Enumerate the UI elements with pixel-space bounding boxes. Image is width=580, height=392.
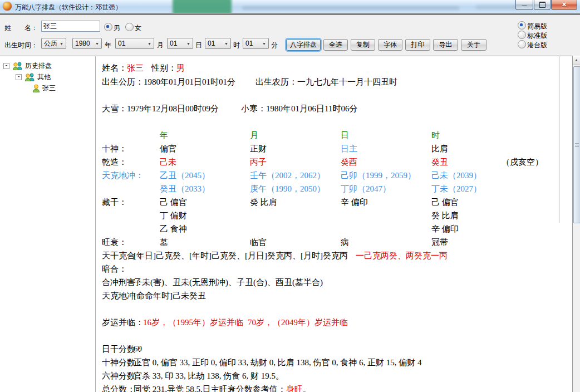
canggan-hour-3: 辛 偏印 <box>431 224 459 234</box>
report-name-label: 姓名： <box>102 63 127 72</box>
font-button[interactable]: 字体 <box>378 39 402 51</box>
about-button[interactable]: 关于 <box>461 39 486 51</box>
clash-label: 天克地冲： <box>102 170 144 181</box>
canggan-year-1: 己 偏官 <box>160 197 187 208</box>
hongkong-version-radio[interactable] <box>518 40 526 48</box>
chevron-down-icon: ▼ <box>224 42 228 46</box>
window-controls: — ✕ <box>515 0 577 10</box>
chevron-down-icon: ▼ <box>148 42 151 46</box>
suiyun-binglin-row: 岁运并临： 16岁，（1995年）岁运并临 70岁，（2049年）岁运并临 <box>96 317 580 331</box>
scroll-up-button[interactable]: ▲ <box>573 56 580 65</box>
male-radio[interactable] <box>104 23 112 31</box>
canggan-row-3: 乙 食神 辛 偏印 <box>96 224 580 237</box>
shishen-score-value: 正官 0, 偏官 33, 正印 0, 偏印 33, 劫财 0, 比肩 138, … <box>134 357 422 368</box>
female-radio[interactable] <box>125 23 134 31</box>
collapse-icon[interactable]: - <box>3 63 9 69</box>
report-name: 张三 <box>127 63 144 72</box>
titlebar: 万能八字排盘（软件设计：邓世强） — ✕ <box>0 0 580 13</box>
tree-item-label: 张三 <box>42 84 56 93</box>
clash-hour: 己未（2039） <box>431 170 481 181</box>
liushen-score-row: 六神分数： 官杀 33, 印 33, 比劫 138, 伤食 6, 财 19.5。 <box>96 371 580 384</box>
background-window-blur <box>173 0 232 13</box>
chevron-down-icon: ▼ <box>95 42 99 46</box>
standard-version-radio[interactable] <box>518 31 526 39</box>
scrollbar-grip <box>575 145 579 145</box>
xiaohan-label: 小寒： <box>241 104 266 113</box>
total-score-value: 同党 231,异党 58.5,日主旺衰分数参考值： <box>134 385 286 392</box>
clash-year-2: 癸丑（2033） <box>160 184 210 194</box>
solar-birth-label: 出生公历： <box>102 77 144 86</box>
year-select[interactable]: 1980▼ <box>72 38 102 49</box>
hongkong-version-label: 港台版 <box>527 41 547 50</box>
female-label: 女 <box>135 23 141 33</box>
scroll-up-icon: ▲ <box>574 58 578 62</box>
tiangan-kehe-note: 一己克两癸、两癸克一丙 <box>356 251 448 260</box>
solar-birth: 1980年01月01日01时01分 <box>144 77 235 86</box>
hechong-xinghai-row: 合冲刑害： 子未(害)、丑未(无恩刑冲)、子丑(合)、酉丑(墓半合) <box>96 277 580 291</box>
panel-edge-line <box>559 56 559 223</box>
window-title: 万能八字排盘（软件设计：邓世强） <box>15 3 122 12</box>
liushen-score-value: 官杀 33, 印 33, 比劫 138, 伤食 6, 财 19.5。 <box>134 371 284 381</box>
calendar-select[interactable]: 公历▼ <box>41 38 66 49</box>
export-button[interactable]: 导出 <box>433 39 458 51</box>
clash-day-2: 丁卯（2047） <box>341 184 391 194</box>
minimize-icon: — <box>522 2 527 8</box>
pillar-headers-row: 年 月 日 时 <box>96 130 580 144</box>
anhe-label: 暗合： <box>102 264 127 275</box>
daxue-label: 大雪： <box>102 104 127 113</box>
male-label: 男 <box>114 23 120 33</box>
chevron-down-icon: ▼ <box>262 42 266 46</box>
person-icon <box>32 84 40 92</box>
total-score-period: 。 <box>303 385 311 392</box>
wangshuai-row: 旺衰： 墓 临官 病 冠带 <box>96 237 580 251</box>
background-text-blur <box>242 6 459 10</box>
day-select[interactable]: 01▼ <box>167 38 193 49</box>
group-icon <box>12 62 23 70</box>
minute-select[interactable]: 01▼ <box>243 38 269 49</box>
canggan-label: 藏干： <box>102 197 127 208</box>
year-unit: 年 <box>105 41 111 50</box>
maximize-button[interactable] <box>534 0 550 10</box>
scrollbar-thumb[interactable] <box>573 66 580 223</box>
vertical-scrollbar[interactable]: ▲ <box>572 56 580 392</box>
canggan-year-2: 丁 偏财 <box>160 210 187 221</box>
simple-version-radio[interactable] <box>518 21 526 30</box>
minute-unit: 分 <box>271 41 278 50</box>
name-input[interactable] <box>41 21 100 32</box>
close-button[interactable]: ✕ <box>551 0 577 10</box>
suiyun-binglin-1: 16岁，（1995年）岁运并临 <box>143 317 243 328</box>
wangshuai-day: 病 <box>341 237 349 248</box>
day-pillar: 癸酉 <box>341 157 357 168</box>
shishen-month: 正财 <box>250 144 267 154</box>
month-unit: 月 <box>157 41 164 50</box>
shishen-row: 十神： 偏官 正财 日主 比肩 <box>96 144 580 157</box>
collapse-icon[interactable]: - <box>16 74 22 80</box>
canggan-year-3: 乙 食神 <box>160 224 187 234</box>
month-select[interactable]: 01▼ <box>115 38 154 49</box>
shishen-score-row: 十神分数： 正官 0, 偏官 33, 正印 0, 偏印 33, 劫财 0, 比肩… <box>96 357 580 371</box>
hour-select[interactable]: 01▼ <box>205 38 231 49</box>
canggan-day-1: 辛 偏印 <box>341 197 368 208</box>
select-all-button[interactable]: 全选 <box>323 39 348 51</box>
clash-year: 乙丑（2045） <box>160 170 210 181</box>
hour-pillar-header: 时 <box>431 130 440 141</box>
hour-pillar: 癸丑 <box>431 157 448 168</box>
shishen-label: 十神： <box>102 144 127 154</box>
standard-version-label: 标准版 <box>527 31 547 41</box>
wangshuai-label: 旺衰： <box>102 237 127 248</box>
report-text-area[interactable]: 姓名：张三性别：男 出生公历：1980年01月01日01时01分出生农历：一九七… <box>96 56 580 392</box>
bazi-chart-button[interactable]: 八字排盘 <box>286 39 321 51</box>
print-button[interactable]: 打印 <box>405 39 430 51</box>
year-pillar: 己未 <box>160 157 176 168</box>
clash-hour-2: 丁未（2027） <box>431 184 481 194</box>
tree-item-person[interactable]: 张三 <box>32 83 56 93</box>
kongwang: （戌亥空） <box>502 157 543 168</box>
app-window: 万能八字排盘（软件设计：邓世强） — ✕ 姓 名： 男 女 出生时间： 公历▼ … <box>0 0 580 392</box>
report-header-line: 姓名：张三性别：男 <box>96 63 580 76</box>
minimize-button[interactable]: — <box>515 0 533 10</box>
tree-item-other[interactable]: - 其他 <box>16 72 51 82</box>
copy-button[interactable]: 复制 <box>351 39 375 51</box>
tree-item-history[interactable]: - 历史排盘 <box>3 61 52 71</box>
shishen-year: 偏官 <box>160 144 176 154</box>
tree-item-label: 其他 <box>37 72 51 82</box>
